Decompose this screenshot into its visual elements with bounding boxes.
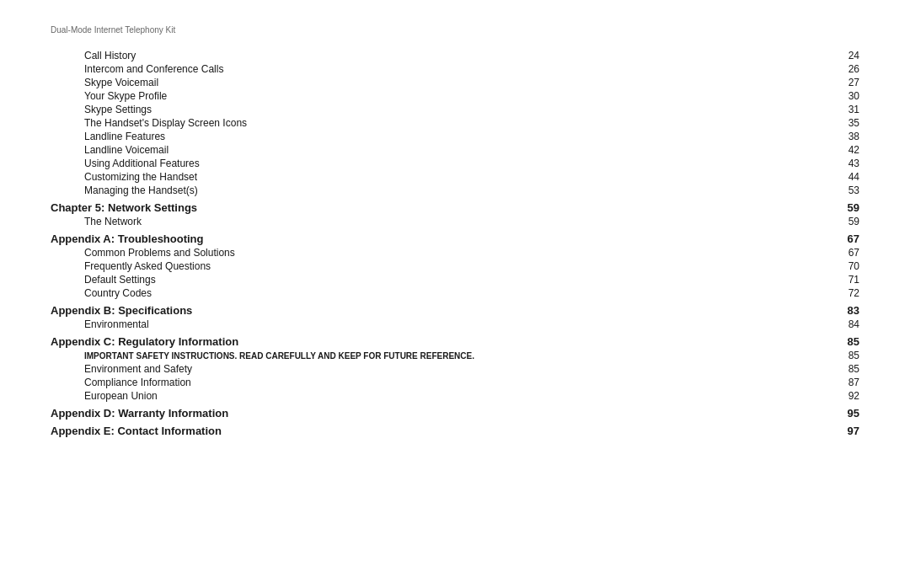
toc-label-default-settings: Default Settings (84, 274, 834, 286)
toc-item-environmental: Environmental84 (51, 318, 859, 330)
toc-item-common-problems: Common Problems and Solutions67 (51, 247, 859, 259)
toc-label-skype-settings: Skype Settings (84, 104, 834, 115)
toc-page-landline-features: 38 (834, 131, 859, 142)
toc-page-intercom-conference: 26 (834, 63, 859, 75)
toc-container: Call History24Intercom and Conference Ca… (51, 50, 859, 437)
toc-item-skype-settings: Skype Settings31 (51, 104, 859, 115)
toc-label-environment-safety: Environment and Safety (84, 363, 834, 375)
toc-item-the-network: The Network59 (51, 216, 859, 227)
toc-page-environmental: 84 (834, 318, 859, 330)
toc-page-landline-voicemail: 42 (834, 144, 859, 156)
toc-label-appendix-d: Appendix D: Warranty Information (51, 407, 834, 420)
toc-page-appendix-e: 97 (834, 425, 859, 437)
toc-page-appendix-c: 85 (834, 335, 859, 348)
toc-label-common-problems: Common Problems and Solutions (84, 247, 834, 259)
toc-page-customizing-handset: 44 (834, 171, 859, 183)
toc-page-handset-display-icons: 35 (834, 117, 859, 129)
toc-item-appendix-e: Appendix E: Contact Information97 (51, 425, 859, 437)
toc-label-chapter5: Chapter 5: Network Settings (51, 201, 834, 214)
toc-item-managing-handsets: Managing the Handset(s)53 (51, 184, 859, 196)
toc-page-chapter5: 59 (834, 201, 859, 214)
toc-label-appendix-e: Appendix E: Contact Information (51, 425, 834, 437)
toc-page-compliance-info: 87 (834, 377, 859, 388)
toc-label-environmental: Environmental (84, 318, 834, 330)
toc-label-country-codes: Country Codes (84, 287, 834, 299)
toc-label-intercom-conference: Intercom and Conference Calls (84, 63, 834, 75)
toc-label-the-network: The Network (84, 216, 834, 227)
toc-item-country-codes: Country Codes72 (51, 287, 859, 299)
toc-page-european-union: 92 (834, 390, 859, 402)
toc-page-your-skype-profile: 30 (834, 90, 859, 102)
toc-item-appendix-d: Appendix D: Warranty Information95 (51, 407, 859, 420)
toc-label-landline-voicemail: Landline Voicemail (84, 144, 834, 156)
toc-label-customizing-handset: Customizing the Handset (84, 171, 834, 183)
toc-page-managing-handsets: 53 (834, 184, 859, 196)
toc-page-safety-instructions: 85 (834, 350, 859, 361)
toc-label-compliance-info: Compliance Information (84, 377, 834, 388)
toc-item-skype-voicemail: Skype Voicemail27 (51, 77, 859, 88)
toc-label-safety-instructions: IMPORTANT SAFETY INSTRUCTIONS. READ CARE… (84, 351, 834, 361)
toc-item-safety-instructions: IMPORTANT SAFETY INSTRUCTIONS. READ CARE… (51, 350, 859, 361)
toc-label-handset-display-icons: The Handset's Display Screen Icons (84, 117, 834, 129)
toc-page-skype-settings: 31 (834, 104, 859, 115)
toc-label-your-skype-profile: Your Skype Profile (84, 90, 834, 102)
toc-page-faq: 70 (834, 260, 859, 272)
toc-item-appendix-a: Appendix A: Troubleshooting67 (51, 233, 859, 245)
toc-label-european-union: European Union (84, 390, 834, 402)
toc-item-call-history: Call History24 (51, 50, 859, 61)
toc-item-default-settings: Default Settings71 (51, 274, 859, 286)
toc-page-appendix-d: 95 (834, 407, 859, 420)
toc-item-your-skype-profile: Your Skype Profile30 (51, 90, 859, 102)
toc-item-european-union: European Union92 (51, 390, 859, 402)
toc-page-call-history: 24 (834, 50, 859, 61)
toc-label-using-additional-features: Using Additional Features (84, 158, 834, 169)
toc-page-skype-voicemail: 27 (834, 77, 859, 88)
toc-page-environment-safety: 85 (834, 363, 859, 375)
toc-page-default-settings: 71 (834, 274, 859, 286)
toc-page-appendix-a: 67 (834, 233, 859, 245)
toc-item-faq: Frequently Asked Questions70 (51, 260, 859, 272)
page-container: Dual-Mode Internet Telephony Kit Call Hi… (0, 0, 910, 588)
toc-item-environment-safety: Environment and Safety85 (51, 363, 859, 375)
toc-label-skype-voicemail: Skype Voicemail (84, 77, 834, 88)
toc-page-country-codes: 72 (834, 287, 859, 299)
toc-item-appendix-c: Appendix C: Regulatory Information85 (51, 335, 859, 348)
toc-label-faq: Frequently Asked Questions (84, 260, 834, 272)
document-title: Dual-Mode Internet Telephony Kit (51, 25, 859, 35)
toc-item-landline-voicemail: Landline Voicemail42 (51, 144, 859, 156)
toc-label-landline-features: Landline Features (84, 131, 834, 142)
toc-item-handset-display-icons: The Handset's Display Screen Icons35 (51, 117, 859, 129)
toc-label-appendix-c: Appendix C: Regulatory Information (51, 335, 834, 348)
toc-page-common-problems: 67 (834, 247, 859, 259)
toc-item-chapter5: Chapter 5: Network Settings59 (51, 201, 859, 214)
toc-page-using-additional-features: 43 (834, 158, 859, 169)
toc-item-using-additional-features: Using Additional Features43 (51, 158, 859, 169)
toc-item-landline-features: Landline Features38 (51, 131, 859, 142)
toc-label-call-history: Call History (84, 50, 834, 61)
toc-item-appendix-b: Appendix B: Specifications83 (51, 304, 859, 317)
toc-item-customizing-handset: Customizing the Handset44 (51, 171, 859, 183)
toc-page-appendix-b: 83 (834, 304, 859, 317)
toc-label-managing-handsets: Managing the Handset(s) (84, 184, 834, 196)
toc-item-intercom-conference: Intercom and Conference Calls26 (51, 63, 859, 75)
toc-item-compliance-info: Compliance Information87 (51, 377, 859, 388)
toc-page-the-network: 59 (834, 216, 859, 227)
toc-label-appendix-b: Appendix B: Specifications (51, 304, 834, 317)
toc-label-appendix-a: Appendix A: Troubleshooting (51, 233, 834, 245)
